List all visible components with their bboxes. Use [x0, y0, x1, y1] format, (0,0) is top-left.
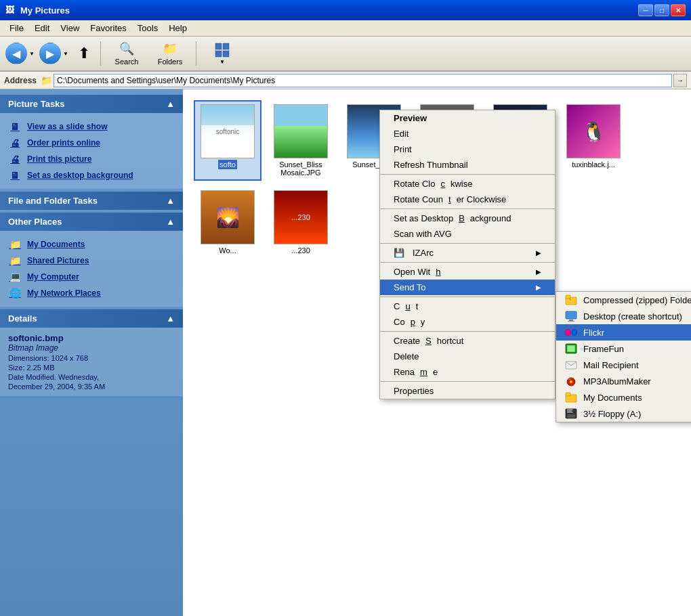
print-picture-link[interactable]: 🖨 Print this picture: [8, 151, 175, 167]
svg-rect-3: [223, 51, 229, 57]
file-label-world: Wo...: [219, 246, 236, 255]
window-controls: ─ □ ✕: [638, 4, 686, 16]
ctx-copy[interactable]: Copy: [380, 314, 555, 330]
order-prints-link[interactable]: 🖨 Order prints online: [8, 135, 175, 151]
ctx-rotate-ccw[interactable]: Rotate Counter Clockwise: [380, 192, 555, 207]
details-filename: softonic.bmp: [8, 333, 175, 343]
set-desktop-link[interactable]: 🖥 Set as desktop background: [8, 167, 175, 183]
menu-view[interactable]: View: [55, 22, 85, 35]
ctx-edit[interactable]: Edit: [380, 126, 555, 141]
app-icon: 🖼: [5, 5, 16, 16]
sendto-framefun[interactable]: FrameFun: [556, 340, 691, 357]
file-item-tuxblack[interactable]: 🐧 tuxinblack.j...: [560, 100, 627, 181]
close-button[interactable]: ✕: [671, 4, 686, 16]
menu-favorites[interactable]: Favorites: [85, 22, 131, 35]
sendto-desktop[interactable]: Desktop (create shortcut): [556, 308, 691, 324]
izarc-arrow: ▶: [536, 249, 541, 257]
window-title: My Pictures: [20, 5, 638, 16]
file-label-misc: ...230: [291, 246, 310, 255]
search-icon: 🔍: [119, 41, 135, 56]
address-go-button[interactable]: →: [673, 74, 687, 87]
ctx-send-to[interactable]: Send To ▶: [380, 280, 555, 295]
minimize-button[interactable]: ─: [638, 4, 653, 16]
file-item-softonic[interactable]: softonic softo: [194, 100, 261, 181]
file-folder-tasks-section: File and Folder Tasks ▲: [0, 192, 183, 210]
order-prints-icon: 🖨: [8, 136, 22, 150]
ctx-sep-3: [380, 243, 555, 244]
shared-pictures-link[interactable]: 📁 Shared Pictures: [8, 252, 175, 269]
sendto-mydocs[interactable]: My Documents: [556, 389, 691, 405]
back-dropdown[interactable]: ▼: [27, 43, 37, 64]
file-item-misc[interactable]: ...230 ...230: [267, 186, 335, 259]
framefun-icon: [564, 343, 578, 354]
file-folder-tasks-header[interactable]: File and Folder Tasks ▲: [0, 192, 183, 210]
ctx-rename[interactable]: Rename: [380, 364, 555, 380]
floppy-icon: [564, 408, 578, 419]
file-item-sunset1[interactable]: Sunset_BlissMosaic.JPG: [267, 100, 335, 181]
maximize-button[interactable]: □: [654, 4, 669, 16]
sendto-flickr[interactable]: Flickr: [556, 324, 691, 340]
flickr-icon: [564, 327, 578, 338]
svg-rect-20: [567, 414, 575, 418]
views-button[interactable]: ▼: [202, 39, 243, 68]
ctx-sep-4: [380, 262, 555, 263]
sendto-mail[interactable]: Mail Recipient: [556, 357, 691, 373]
ctx-open-with[interactable]: Open With ▶: [380, 264, 555, 280]
context-menu: Preview Edit Print Refresh Thumbnail Rot…: [379, 110, 556, 399]
ctx-cut[interactable]: Cut: [380, 299, 555, 314]
details-content: softonic.bmp Bitmap Image Dimensions: 10…: [0, 328, 183, 396]
back-button-group: ◀ ▼: [5, 39, 37, 68]
details-date-label: Date Modified: Wednesday,: [8, 373, 175, 381]
file-thumb-world: 🌄: [201, 190, 255, 244]
file-view: softonic softo Sunset_BlissMosaic.JPG Su…: [183, 89, 691, 616]
ctx-refresh[interactable]: Refresh Thumbnail: [380, 157, 555, 173]
svg-rect-10: [567, 345, 575, 352]
addressbar: Address 📁 C:\Documents and Settings\user…: [0, 72, 691, 89]
ctx-preview[interactable]: Preview: [380, 110, 555, 126]
my-computer-link[interactable]: 💻 My Computer: [8, 269, 175, 285]
sendto-compressed[interactable]: Compressed (zipped) Folder: [556, 292, 691, 308]
ctx-sep-7: [380, 381, 555, 382]
menu-help[interactable]: Help: [163, 22, 192, 35]
ctx-properties[interactable]: Properties: [380, 383, 555, 399]
menu-edit[interactable]: Edit: [29, 22, 55, 35]
sendto-floppy[interactable]: 3½ Floppy (A:): [556, 405, 691, 422]
address-label: Address: [4, 76, 37, 85]
file-thumb-tuxblack: 🐧: [566, 104, 621, 158]
print-icon: 🖨: [8, 152, 22, 166]
forward-button[interactable]: ▶: [39, 43, 61, 64]
views-dropdown[interactable]: ▼: [219, 59, 225, 65]
ctx-create-shortcut[interactable]: Create Shortcut: [380, 333, 555, 349]
ctx-print[interactable]: Print: [380, 141, 555, 157]
svg-rect-19: [572, 410, 573, 412]
picture-tasks-content: 🖥 View as a slide show 🖨 Order prints on…: [0, 113, 183, 189]
details-filetype: Bitmap Image: [8, 343, 175, 353]
ctx-scan[interactable]: Scan with AVG: [380, 226, 555, 242]
my-network-link[interactable]: 🌐 My Network Places: [8, 285, 175, 301]
picture-tasks-header[interactable]: Picture Tasks ▲: [0, 95, 183, 113]
svg-rect-0: [215, 43, 222, 49]
menu-tools[interactable]: Tools: [132, 22, 163, 35]
ctx-rotate-cw[interactable]: Rotate Clockwise: [380, 176, 555, 192]
forward-dropdown[interactable]: ▼: [61, 43, 70, 64]
mail-icon: [564, 359, 578, 370]
address-input[interactable]: C:\Documents and Settings\user\My Docume…: [54, 74, 672, 87]
compressed-icon: [564, 294, 578, 305]
folders-button[interactable]: 📁 Folders: [150, 39, 190, 68]
other-places-section: Other Places ▲ 📁 My Documents 📁 Shared P…: [0, 213, 183, 307]
sendto-mp3[interactable]: ♪♪ MP3AlbumMaker: [556, 373, 691, 389]
up-button[interactable]: ⬆: [73, 43, 95, 64]
menu-file[interactable]: File: [4, 22, 29, 35]
ctx-set-desktop[interactable]: Set as Desktop Background: [380, 211, 555, 226]
file-item-world[interactable]: 🌄 Wo...: [194, 186, 261, 259]
other-places-header[interactable]: Other Places ▲: [0, 213, 183, 231]
menubar: File Edit View Favorites Tools Help: [0, 20, 691, 37]
search-button[interactable]: 🔍 Search: [106, 39, 147, 68]
details-header[interactable]: Details ▲: [0, 309, 183, 328]
ctx-izarc[interactable]: 💾 IZArc ▶: [380, 245, 555, 261]
ctx-delete[interactable]: Delete: [380, 349, 555, 364]
my-documents-link[interactable]: 📁 My Documents: [8, 236, 175, 252]
slideshow-link[interactable]: 🖥 View as a slide show: [8, 118, 175, 135]
back-button[interactable]: ◀: [5, 43, 27, 64]
my-computer-icon: 💻: [8, 270, 22, 284]
